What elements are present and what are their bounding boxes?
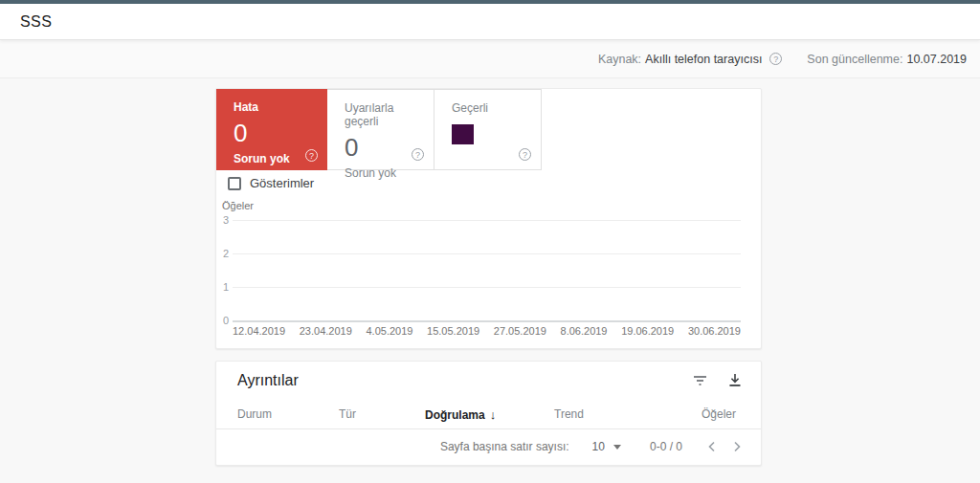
chart-x-axis-labels: 12.04.2019 23.04.2019 4.05.2019 15.05.20… (233, 325, 741, 337)
column-header-ogeler[interactable]: Öğeler (702, 407, 736, 421)
summary-card: Hata 0 Sorun yok Uyarılarla geçerli 0 So… (215, 88, 762, 349)
filter-icon[interactable] (693, 374, 707, 386)
impressions-checkbox-row[interactable]: Gösterimler (228, 176, 314, 190)
gridline (233, 253, 741, 254)
impressions-checkbox-label: Gösterimler (250, 176, 314, 190)
y-tick-0: 0 (216, 315, 229, 326)
tile-error-count: 0 (234, 119, 316, 148)
axis-baseline (233, 320, 741, 322)
tile-valid-swatch (452, 124, 474, 144)
column-header-dogrulama[interactable]: Doğrulama ↓ (425, 407, 496, 422)
tile-warn-sub: Sorun yok (345, 166, 422, 180)
x-tick: 30.06.2019 (688, 325, 741, 337)
updated-value: 10.07.2019 (906, 53, 967, 66)
previous-page-chevron-icon[interactable] (705, 439, 718, 454)
page-title: SSS (20, 13, 52, 31)
y-tick-1: 1 (216, 281, 229, 293)
x-tick: 8.06.2019 (561, 325, 608, 337)
dropdown-caret-icon (613, 445, 621, 450)
x-tick: 27.05.2019 (494, 325, 546, 337)
source-value: Akıllı telefon tarayıcısı (645, 53, 762, 66)
column-header-durum[interactable]: Durum (237, 407, 272, 421)
x-tick: 12.04.2019 (233, 325, 285, 337)
pagination-range: 0-0 / 0 (650, 440, 682, 453)
x-tick: 4.05.2019 (366, 325, 412, 337)
x-tick: 23.04.2019 (300, 325, 352, 337)
tile-error[interactable]: Hata 0 Sorun yok (216, 89, 327, 170)
column-header-tur[interactable]: Tür (339, 407, 356, 421)
status-tiles: Hata 0 Sorun yok Uyarılarla geçerli 0 So… (216, 89, 761, 170)
tile-warn-label: Uyarılarla geçerli (345, 102, 422, 129)
tile-valid-label: Geçerli (452, 102, 529, 116)
x-tick: 19.06.2019 (621, 325, 674, 337)
y-tick-3: 3 (216, 214, 229, 226)
tile-error-sub: Sorun yok (234, 152, 316, 165)
gridline (233, 220, 741, 221)
download-icon[interactable] (728, 373, 742, 387)
rows-per-page-value: 10 (592, 440, 605, 453)
gridline (233, 287, 741, 288)
column-header-dogrulama-label: Doğrulama (425, 408, 485, 422)
tile-error-help-icon[interactable] (305, 149, 318, 162)
pagination-nav (705, 439, 744, 454)
app-header: SSS (0, 4, 980, 40)
x-tick: 15.05.2019 (427, 325, 479, 337)
details-toolbar (693, 373, 742, 387)
gridline-2: 2 (216, 248, 761, 259)
impressions-checkbox[interactable] (228, 177, 241, 190)
tile-valid-help-icon[interactable] (519, 148, 531, 161)
gridline-1: 1 (216, 281, 761, 293)
report-meta-bar: Kaynak: Akıllı telefon tarayıcısı Son gü… (0, 40, 980, 78)
updated-label: Son güncellenme: (807, 53, 902, 66)
source-help-icon[interactable] (769, 53, 782, 65)
rows-per-page-label: Sayfa başına satır sayısı: (440, 440, 569, 453)
pagination-bar: Sayfa başına satır sayısı: 10 0-0 / 0 (216, 428, 761, 465)
chart-y-axis-title: Öğeler (222, 200, 254, 211)
tile-valid[interactable]: Geçerli (434, 89, 542, 170)
y-tick-2: 2 (216, 248, 229, 259)
source-group: Kaynak: Akıllı telefon tarayıcısı (598, 53, 782, 66)
tile-warn-count: 0 (345, 133, 422, 163)
sort-desc-arrow-icon: ↓ (490, 407, 497, 422)
gridline-3: 3 (216, 214, 761, 226)
details-card: Ayrıntılar Durum Tür Doğrulama ↓ Trend Ö… (215, 361, 762, 466)
rows-per-page-select[interactable]: 10 (592, 440, 621, 453)
tile-warn-help-icon[interactable] (412, 148, 424, 161)
column-header-trend[interactable]: Trend (554, 407, 584, 421)
next-page-chevron-icon[interactable] (731, 439, 744, 454)
tile-valid-with-warnings[interactable]: Uyarılarla geçerli 0 Sorun yok (327, 89, 434, 170)
tile-error-label: Hata (234, 101, 316, 115)
source-label: Kaynak: (598, 53, 641, 66)
updated-group: Son güncellenme: 10.07.2019 (807, 53, 967, 66)
details-title: Ayrıntılar (237, 372, 299, 389)
